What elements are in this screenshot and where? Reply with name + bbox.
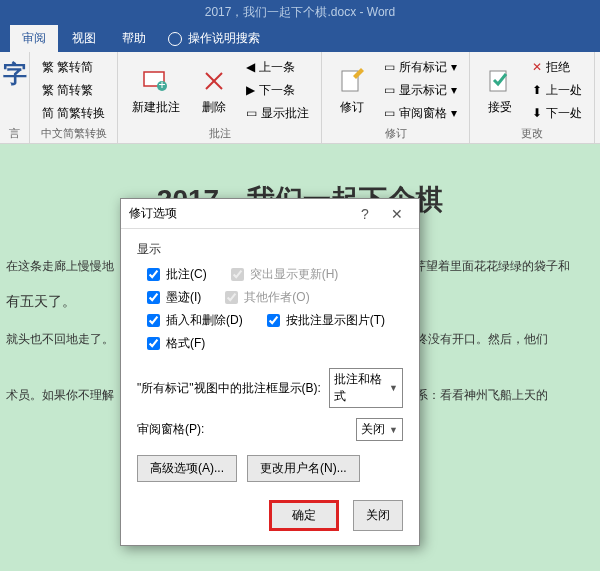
ok-button[interactable]: 确定 [269,500,339,531]
text: 在这条走廊上慢慢地 [6,259,114,273]
checkbox-comments[interactable]: 批注(C) [147,266,207,283]
tab-help[interactable]: 帮助 [110,25,158,52]
checkbox-insertions-deletions[interactable]: 插入和删除(D) [147,312,243,329]
doc-icon: ▭ [384,60,395,74]
to-traditional-button[interactable]: 繁 简转繁 [38,80,109,101]
close-icon[interactable]: ✕ [383,203,411,225]
checkbox-label: 按批注显示图片(T) [286,312,385,329]
reject-button[interactable]: ✕拒绝 [528,57,586,78]
tab-view[interactable]: 视图 [60,25,108,52]
checkmark-icon [484,65,516,97]
checkbox-input [231,268,244,281]
group-label-convert: 中文简繁转换 [38,124,109,141]
tell-me-search[interactable]: 操作说明搜索 [160,25,268,52]
show-markup-button[interactable]: ▭显示标记 ▾ [380,80,461,101]
ribbon-group-tracking: 修订 ▭所有标记 ▾ ▭显示标记 ▾ ▭审阅窗格 ▾ 修订 [322,52,470,143]
markup-dropdown[interactable]: ▭所有标记 ▾ [380,57,461,78]
text: 就头也不回地走了。 [6,332,114,346]
ribbon-group-left: 字 言 [0,52,30,143]
char-button[interactable]: 字 [8,56,21,92]
track-changes-options-dialog: 修订选项 ? ✕ 显示 批注(C) 突出显示更新(H) 墨迹(I) 其他作者(O… [120,198,420,546]
show-comments-button[interactable]: ▭显示批注 [242,103,313,124]
checkbox-input[interactable] [147,314,160,327]
dialog-title: 修订选项 [129,205,177,222]
prevchg-label: 上一处 [546,82,582,99]
checkbox-ink[interactable]: 墨迹(I) [147,289,201,306]
svg-rect-6 [490,71,506,91]
text: 最终没有开口。然后，他们 [404,332,548,346]
display-section-label: 显示 [137,241,403,258]
next-label: 下一条 [259,82,295,99]
new-comment-icon: + [140,65,172,97]
next-comment-button[interactable]: ▶下一条 [242,80,313,101]
down-icon: ⬇ [532,106,542,120]
delete-label: 删除 [202,99,226,116]
svg-text:+: + [159,78,166,92]
track-changes-button[interactable]: 修订 [330,56,374,124]
lightbulb-icon [168,32,182,46]
prev-change-button[interactable]: ⬆上一处 [528,80,586,101]
new-comment-label: 新建批注 [132,99,180,116]
up-icon: ⬆ [532,83,542,97]
balloons-dropdown[interactable]: 批注和格式 ▼ [329,368,403,408]
checkbox-label: 批注(C) [166,266,207,283]
group-label-tracking: 修订 [330,124,461,141]
checkbox-input [225,291,238,304]
checkbox-label: 其他作者(O) [244,289,309,306]
checkbox-other-authors: 其他作者(O) [225,289,309,306]
show-label: 显示批注 [261,105,309,122]
to-simplified-button[interactable]: 繁 繁转简 [38,57,109,78]
ribbon: 字 言 繁 繁转简 繁 简转繁 简 简繁转换 中文简繁转换 + 新建批注 删除 … [0,52,600,144]
new-comment-button[interactable]: + 新建批注 [126,56,186,124]
dialog-body: 显示 批注(C) 突出显示更新(H) 墨迹(I) 其他作者(O) 插入和删除(D… [121,229,419,545]
cancel-button[interactable]: 关闭 [353,500,403,531]
checkbox-formatting[interactable]: 格式(F) [147,335,205,352]
comment-icon: ▭ [246,106,257,120]
reject-label: 拒绝 [546,59,570,76]
tab-review[interactable]: 审阅 [10,25,58,52]
dialog-titlebar: 修订选项 ? ✕ [121,199,419,229]
next-change-button[interactable]: ⬇下一处 [528,103,586,124]
convert-button[interactable]: 简 简繁转换 [38,103,109,124]
group-label: 言 [8,124,21,141]
checkbox-label: 突出显示更新(H) [250,266,339,283]
char-icon: 字 [3,58,27,90]
balloons-value: 批注和格式 [334,371,385,405]
pane-icon: ▭ [384,106,395,120]
delete-comment-button[interactable]: 删除 [192,56,236,124]
prev-label: 上一条 [259,59,295,76]
help-icon[interactable]: ? [351,203,379,225]
checkbox-label: 格式(F) [166,335,205,352]
checkbox-input[interactable] [267,314,280,327]
checkbox-input[interactable] [147,337,160,350]
chevron-down-icon: ▼ [389,425,398,435]
checkbox-input[interactable] [147,291,160,304]
ribbon-group-changes: 接受 ✕拒绝 ⬆上一处 ⬇下一处 更改 [470,52,595,143]
reviewing-pane-button[interactable]: ▭审阅窗格 ▾ [380,103,461,124]
ribbon-tabs: 审阅 视图 帮助 操作说明搜索 [0,24,600,52]
track-icon [336,65,368,97]
ribbon-group-convert: 繁 繁转简 繁 简转繁 简 简繁转换 中文简繁转换 [30,52,118,143]
checkbox-pictures[interactable]: 按批注显示图片(T) [267,312,385,329]
chevron-down-icon: ▼ [389,383,398,393]
track-label: 修订 [340,99,364,116]
arrow-left-icon: ◀ [246,60,255,74]
text: 关系：看看神州飞船上天的 [404,388,548,402]
nextchg-label: 下一处 [546,105,582,122]
ribbon-group-comments: + 新建批注 删除 ◀上一条 ▶下一条 ▭显示批注 批注 [118,52,322,143]
checkbox-label: 墨迹(I) [166,289,201,306]
change-username-button[interactable]: 更改用户名(N)... [247,455,360,482]
accept-button[interactable]: 接受 [478,56,522,124]
pane-label: 审阅窗格(P): [137,421,204,438]
prev-comment-button[interactable]: ◀上一条 [242,57,313,78]
arrow-right-icon: ▶ [246,83,255,97]
advanced-options-button[interactable]: 高级选项(A)... [137,455,237,482]
pane-dropdown[interactable]: 关闭 ▼ [356,418,403,441]
tell-me-label: 操作说明搜索 [188,30,260,47]
checkbox-input[interactable] [147,268,160,281]
text: 术员。如果你不理解 [6,388,114,402]
text: 芹望着里面花花绿绿的袋子和 [414,259,570,273]
markup-label: 所有标记 [399,59,447,76]
pane-label: 审阅窗格 [399,105,447,122]
document-title: 2017，我们一起下个棋.docx - Word [205,4,396,21]
